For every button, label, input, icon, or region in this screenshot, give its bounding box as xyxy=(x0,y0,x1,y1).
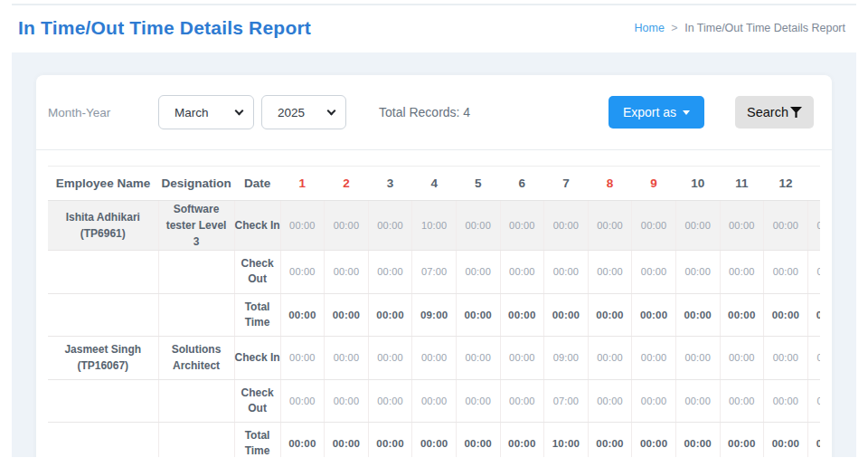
time-cell: 00:00 xyxy=(412,379,457,423)
time-cell: 00:00 xyxy=(632,379,676,423)
day-header: 2 xyxy=(325,167,369,201)
table-head-row: Employee Name Designation Date 123456789… xyxy=(48,167,820,201)
month-select[interactable]: March xyxy=(158,95,254,129)
time-cell: 00:00 xyxy=(325,423,369,458)
time-cell: 00:00 xyxy=(675,251,720,294)
page-header: In Time/Out Time Details Report Home > I… xyxy=(0,5,868,52)
day-header: 4 xyxy=(412,167,457,201)
time-cell: 00:00 xyxy=(500,337,544,380)
total-records-text: Total Records: 4 xyxy=(379,105,470,119)
time-cell: 00:00 xyxy=(280,201,325,251)
search-button[interactable]: Search xyxy=(735,96,814,129)
table-row: Check Out00:0000:0000:0000:0000:0000:000… xyxy=(48,379,820,423)
designation-cell: Solutions Architect xyxy=(158,337,234,380)
time-cell: 00:00 xyxy=(632,201,676,251)
table-row: Check Out00:0000:0000:0007:0000:0000:000… xyxy=(48,251,820,294)
time-cell: 00:00 xyxy=(675,423,720,458)
time-cell: 10:00 xyxy=(544,423,589,458)
time-cell: 00:00 xyxy=(500,379,544,423)
export-as-button[interactable]: Export as xyxy=(609,96,704,129)
time-cell: 00:00 xyxy=(807,337,820,380)
time-cell: 09:00 xyxy=(544,337,589,380)
time-cell: 00:00 xyxy=(764,379,808,423)
employee-name-cell xyxy=(48,251,158,294)
time-cell: 00:00 xyxy=(675,337,720,380)
day-header: 5 xyxy=(456,167,500,201)
day-header: 12 xyxy=(764,167,808,201)
time-cell: 07:00 xyxy=(544,379,589,423)
designation-cell xyxy=(158,293,234,337)
time-cell: 00:00 xyxy=(807,201,820,251)
year-select[interactable]: 2025 xyxy=(261,95,346,129)
breadcrumb-current: In Time/Out Time Details Report xyxy=(684,22,845,34)
time-cell: 00:00 xyxy=(544,251,589,294)
table-row: Total Time00:0000:0000:0009:0000:0000:00… xyxy=(48,293,820,337)
employee-name-cell xyxy=(48,423,158,458)
time-cell: 00:00 xyxy=(764,201,808,251)
time-cell: 00:00 xyxy=(720,201,764,251)
time-cell: 00:00 xyxy=(412,337,457,380)
designation-cell xyxy=(158,379,234,423)
time-cell: 00:00 xyxy=(807,423,820,458)
time-cell: 00:00 xyxy=(456,251,500,294)
table-row: Ishita Adhikari (TP6961)Software tester … xyxy=(48,201,820,251)
day-header: 13 xyxy=(807,167,820,201)
time-cell: 00:00 xyxy=(368,337,412,380)
designation-cell xyxy=(158,423,234,458)
row-type-label: Total Time xyxy=(234,293,280,337)
report-card: Month-Year March 2025 Total Records: 4 E… xyxy=(36,75,832,457)
search-label: Search xyxy=(747,105,788,119)
time-cell: 00:00 xyxy=(632,337,676,380)
day-header: 10 xyxy=(675,167,720,201)
breadcrumb-home-link[interactable]: Home xyxy=(635,22,665,34)
year-select-wrap: 2025 xyxy=(261,95,346,129)
filter-funnel-icon xyxy=(790,107,802,118)
designation-cell xyxy=(158,251,234,294)
time-cell: 00:00 xyxy=(456,337,500,380)
time-cell: 00:00 xyxy=(675,379,720,423)
time-cell: 00:00 xyxy=(720,251,764,294)
day-header: 9 xyxy=(632,167,676,201)
employee-name-cell: Ishita Adhikari (TP6961) xyxy=(48,201,158,251)
row-type-label: Check In xyxy=(234,201,280,251)
time-cell: 00:00 xyxy=(500,201,544,251)
time-cell: 00:00 xyxy=(325,337,369,380)
month-select-wrap: March xyxy=(158,95,254,129)
time-cell: 00:00 xyxy=(456,201,500,251)
designation-header: Designation xyxy=(158,167,234,201)
day-header: 6 xyxy=(500,167,544,201)
report-table-container: Employee Name Designation Date 123456789… xyxy=(48,166,820,457)
row-type-label: Check Out xyxy=(234,251,280,294)
employee-name-cell: Jasmeet Singh (TP16067) xyxy=(48,337,158,380)
employee-name-cell xyxy=(48,379,158,423)
time-cell: 00:00 xyxy=(764,251,808,294)
time-cell: 00:00 xyxy=(500,423,544,458)
time-cell: 00:00 xyxy=(807,293,820,337)
time-cell: 00:00 xyxy=(325,201,369,251)
time-cell: 00:00 xyxy=(588,293,632,337)
table-row: Total Time00:0000:0000:0000:0000:0000:00… xyxy=(48,423,820,458)
day-header: 1 xyxy=(280,167,325,201)
date-header: Date xyxy=(234,167,280,201)
time-cell: 00:00 xyxy=(368,379,412,423)
time-cell: 00:00 xyxy=(325,379,369,423)
time-cell: 00:00 xyxy=(807,379,820,423)
time-cell: 00:00 xyxy=(588,423,632,458)
time-cell: 00:00 xyxy=(720,293,764,337)
time-cell: 00:00 xyxy=(632,423,676,458)
in-out-time-table: Employee Name Designation Date 123456789… xyxy=(48,166,820,457)
time-cell: 00:00 xyxy=(325,293,369,337)
time-cell: 00:00 xyxy=(720,337,764,380)
time-cell: 00:00 xyxy=(764,337,808,380)
breadcrumb-separator: > xyxy=(671,22,677,34)
time-cell: 07:00 xyxy=(412,251,457,294)
day-header: 3 xyxy=(368,167,412,201)
month-year-label: Month-Year xyxy=(48,106,158,119)
time-cell: 00:00 xyxy=(280,293,325,337)
employee-name-header: Employee Name xyxy=(48,167,158,201)
time-cell: 00:00 xyxy=(764,293,808,337)
caret-down-icon xyxy=(683,110,690,115)
time-cell: 00:00 xyxy=(368,423,412,458)
row-type-label: Check Out xyxy=(234,379,280,423)
time-cell: 00:00 xyxy=(368,201,412,251)
